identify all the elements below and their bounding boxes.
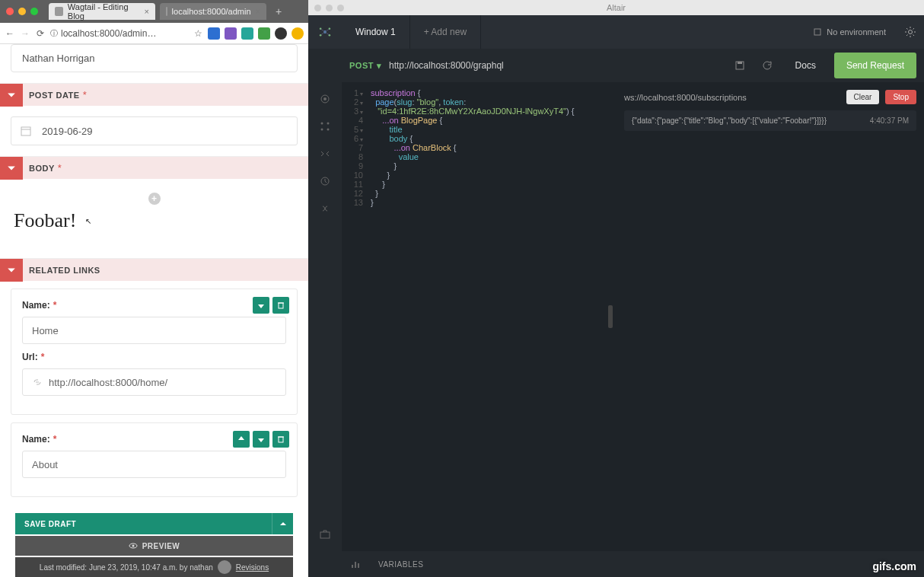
author-field[interactable]: Nathan Horrigan (11, 44, 298, 72)
move-down-button[interactable] (253, 431, 269, 448)
cursor-icon: ↖ (85, 217, 91, 225)
add-block-button[interactable]: + (148, 193, 161, 205)
result-timestamp: 4:40:37 PM (870, 116, 909, 125)
maximize-window-icon[interactable] (30, 8, 38, 15)
add-tab-button[interactable]: + Add new (410, 15, 481, 49)
link-name-input[interactable]: Home (22, 317, 286, 344)
section-label: BODY (23, 164, 55, 173)
results-pane: ws://localhost:8000/subscriptions Clear … (617, 82, 924, 551)
profile-icon[interactable] (275, 27, 287, 40)
result-json: {"data":{"page":{"title":"Blog","body":[… (632, 116, 864, 125)
move-down-button[interactable] (253, 297, 269, 314)
page-footer: SAVE DRAFT PREVIEW Last modified: June 2… (15, 513, 293, 577)
graphql-url-input[interactable]: http://localhost:8000/graphql (389, 60, 722, 71)
close-window-icon[interactable] (6, 8, 14, 15)
briefcase-icon[interactable] (319, 528, 331, 540)
query-editor[interactable]: 1▾subscription {2▾ page(slug: "blog", to… (342, 82, 604, 551)
save-request-icon[interactable] (730, 60, 750, 71)
close-window-icon[interactable] (314, 5, 321, 11)
settings-button[interactable] (897, 26, 924, 38)
altair-topbar: Window 1 + Add new No environment (308, 15, 924, 49)
browser-toolbar: ← → ⟳ ⓘlocalhost:8000/admin… ☆ (0, 23, 308, 44)
address-bar[interactable]: ⓘlocalhost:8000/admin… (50, 28, 188, 39)
preview-label: PREVIEW (142, 542, 180, 550)
minimize-window-icon[interactable] (18, 8, 26, 15)
save-more-button[interactable] (272, 513, 293, 534)
required-icon: * (83, 89, 87, 100)
svg-point-21 (321, 129, 323, 131)
section-header-related-links[interactable]: RELATED LINKS (0, 258, 308, 281)
browser-tab[interactable]: localhost:8000/admin × (160, 3, 266, 20)
delete-button[interactable] (272, 297, 289, 314)
profile-badge-icon[interactable] (292, 27, 304, 40)
subscription-icon[interactable] (319, 202, 331, 215)
collapse-icon[interactable] (0, 84, 23, 107)
input-value: http://localhost:8000/home/ (49, 377, 167, 388)
extension-icon[interactable] (258, 27, 270, 40)
variables-bar[interactable]: VARIABLES (308, 551, 924, 577)
docs-button[interactable]: Docs (785, 60, 827, 71)
bookmark-icon[interactable]: ☆ (193, 28, 203, 39)
altair-window: Altair Window 1 + Add new No environment… (308, 0, 924, 577)
link-icon (32, 377, 43, 387)
headers-icon[interactable] (319, 93, 331, 105)
move-up-button[interactable] (233, 431, 250, 448)
tab-title: localhost:8000/admin (172, 7, 251, 16)
clear-button[interactable]: Clear (846, 90, 880, 104)
stop-button[interactable]: Stop (885, 90, 916, 104)
back-button[interactable]: ← (5, 28, 15, 39)
delete-button[interactable] (272, 431, 289, 448)
svg-rect-24 (320, 532, 330, 538)
layers-icon (813, 27, 822, 37)
section-header-post-date[interactable]: POST DATE* (0, 83, 308, 106)
section-header-body[interactable]: BODY* (0, 156, 308, 179)
altair-url-bar: POST ▾ http://localhost:8000/graphql Doc… (308, 49, 924, 82)
related-link-panel: Name:* Home Url:* http://localhost:8000/… (11, 288, 298, 415)
extension-icon[interactable] (225, 27, 237, 40)
http-method-selector[interactable]: POST ▾ (349, 61, 381, 71)
svg-rect-0 (21, 127, 30, 135)
maximize-window-icon[interactable] (337, 5, 344, 11)
extension-icon[interactable] (241, 27, 253, 40)
variables-label: VARIABLES (378, 560, 423, 569)
drag-handle-icon[interactable] (608, 305, 613, 328)
link-name-input[interactable]: About (22, 451, 286, 478)
collections-icon[interactable] (319, 120, 331, 132)
environment-selector[interactable]: No environment (802, 27, 897, 37)
altair-tab[interactable]: Window 1 (342, 15, 410, 49)
close-tab-icon[interactable]: × (145, 7, 149, 16)
result-row[interactable]: {"data":{"page":{"title":"Blog","body":[… (624, 110, 916, 131)
revisions-link[interactable]: Revisions (236, 563, 269, 572)
minimize-window-icon[interactable] (326, 5, 333, 11)
body-streamfield[interactable]: + Foobar! ↖ (14, 179, 295, 258)
link-url-input[interactable]: http://localhost:8000/home/ (22, 368, 286, 396)
body-text[interactable]: Foobar! (14, 209, 295, 232)
post-date-input[interactable]: 2019-06-29 (11, 116, 298, 145)
preview-button[interactable]: PREVIEW (15, 536, 293, 556)
compress-icon[interactable] (319, 148, 331, 160)
reload-button[interactable]: ⟳ (35, 28, 46, 39)
collapse-icon[interactable] (0, 157, 23, 180)
field-label: Name: (22, 434, 50, 445)
url-text: localhost:8000/admin… (61, 28, 156, 39)
close-tab-icon[interactable]: × (256, 7, 260, 16)
history-icon[interactable] (319, 175, 331, 187)
svg-rect-2 (279, 303, 283, 308)
browser-window: Wagtail - Editing Blog × localhost:8000/… (0, 0, 308, 577)
required-icon: * (58, 162, 62, 174)
browser-tab-active[interactable]: Wagtail - Editing Blog × (49, 3, 155, 20)
send-request-button[interactable]: Send Request (834, 53, 916, 78)
collapse-icon[interactable] (0, 259, 23, 282)
save-draft-button[interactable]: SAVE DRAFT (15, 513, 272, 534)
forward-button[interactable]: → (20, 28, 30, 39)
reload-docs-icon[interactable] (757, 60, 777, 71)
new-tab-button[interactable]: + (271, 5, 286, 18)
extension-icon[interactable] (208, 27, 220, 40)
altair-sidebar (308, 82, 342, 551)
last-modified: Last modified: June 23, 2019, 10:47 a.m.… (40, 563, 213, 572)
altair-titlebar: Altair (308, 0, 924, 15)
svg-point-20 (327, 123, 330, 125)
pane-divider[interactable] (604, 82, 617, 551)
required-icon: * (53, 434, 57, 445)
altair-logo-icon (308, 24, 342, 40)
